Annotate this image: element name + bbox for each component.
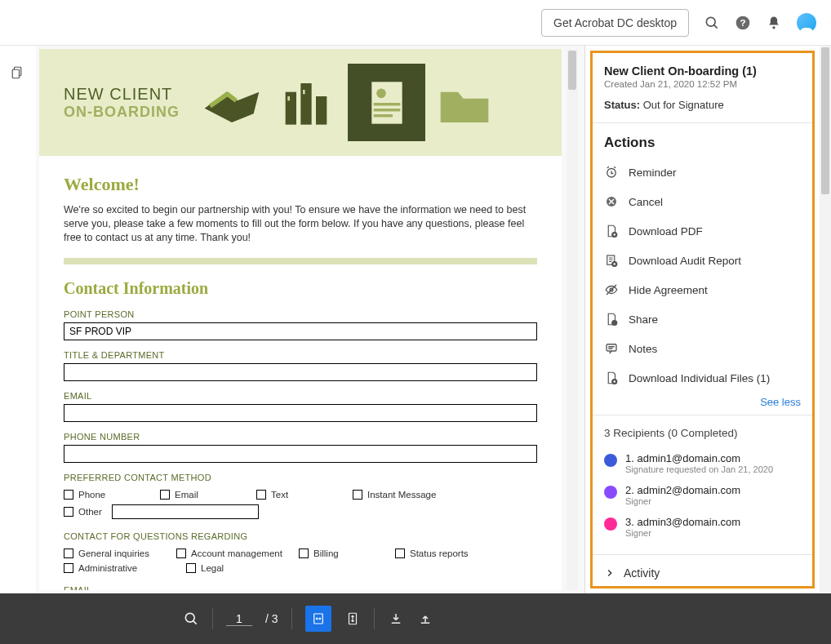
- get-acrobat-desktop-button[interactable]: Get Acrobat DC desktop: [541, 9, 689, 37]
- agreement-header: New Client On-boarding (1) Created Jan 2…: [593, 53, 812, 123]
- see-less-link[interactable]: See less: [604, 396, 801, 408]
- welcome-heading: Welcome!: [64, 174, 537, 195]
- email-field[interactable]: [64, 404, 537, 422]
- divider: [64, 258, 537, 264]
- option-account: Account management: [191, 549, 282, 558]
- label-email: EMAIL: [64, 391, 537, 401]
- help-icon[interactable]: ?: [735, 15, 751, 31]
- title-department-field[interactable]: [64, 363, 537, 381]
- page-number-input[interactable]: [226, 612, 252, 626]
- action-hide-agreement[interactable]: Hide Agreement: [604, 277, 801, 303]
- svg-point-0: [706, 17, 715, 26]
- fit-page-icon[interactable]: [344, 611, 361, 627]
- svg-rect-7: [285, 91, 296, 124]
- section-contact-info: Contact Information: [64, 279, 537, 298]
- svg-rect-16: [373, 114, 392, 118]
- bottom-toolbar: / 3: [0, 593, 831, 644]
- option-phone: Phone: [78, 490, 105, 500]
- download-icon[interactable]: [388, 611, 404, 627]
- svg-point-4: [772, 26, 775, 29]
- svg-rect-14: [373, 103, 400, 106]
- recipient-dot-icon: [604, 486, 617, 499]
- checkbox-phone[interactable]: [64, 490, 73, 500]
- activity-toggle[interactable]: Activity: [593, 555, 812, 588]
- svg-rect-10: [287, 96, 290, 100]
- actions-heading: Actions: [604, 135, 801, 151]
- banner-graphics: [193, 64, 503, 141]
- notes-icon: [604, 341, 619, 356]
- option-legal: Legal: [201, 563, 224, 573]
- svg-point-13: [376, 88, 386, 98]
- cancel-icon: [604, 194, 619, 209]
- recipient-dot-icon: [604, 517, 617, 531]
- option-billing: Billing: [313, 549, 339, 558]
- recipients-heading: 3 Recipients (0 Completed): [604, 427, 801, 439]
- action-download-audit[interactable]: Download Audit Report: [604, 247, 801, 273]
- checkbox-other[interactable]: [64, 507, 73, 517]
- avatar[interactable]: [797, 13, 816, 33]
- checkbox-account[interactable]: [176, 549, 186, 558]
- search-icon[interactable]: [704, 15, 720, 31]
- documents-icon[interactable]: [11, 65, 25, 80]
- document-pane: NEW CLIENT ON-BOARDING: [36, 46, 584, 593]
- document: NEW CLIENT ON-BOARDING: [39, 49, 562, 590]
- checkbox-im[interactable]: [353, 490, 362, 500]
- svg-rect-26: [607, 344, 616, 351]
- document-banner: NEW CLIENT ON-BOARDING: [39, 49, 562, 156]
- bell-icon[interactable]: [766, 15, 782, 31]
- checkbox-admin[interactable]: [64, 563, 73, 573]
- checkbox-general[interactable]: [64, 549, 73, 558]
- option-admin: Administrative: [78, 563, 137, 573]
- checkbox-legal[interactable]: [186, 563, 196, 573]
- option-other: Other: [78, 507, 102, 517]
- chevron-right-icon: [604, 567, 615, 579]
- left-rail: [0, 46, 36, 593]
- action-download-pdf[interactable]: Download PDF: [604, 218, 801, 244]
- share-icon: +: [604, 312, 619, 326]
- action-notes[interactable]: Notes: [604, 335, 801, 362]
- actions-section: Actions Reminder Cancel Download PDF: [593, 123, 812, 415]
- document-scrollbar[interactable]: [567, 49, 578, 590]
- label-questions-regarding: CONTACT FOR QUESTIONS REGARDING: [64, 531, 537, 541]
- svg-text:+: +: [613, 321, 615, 325]
- intro-text: We're so excited to begin our partnershi…: [64, 203, 537, 245]
- label-title-department: TITLE & DEPARTMENT: [64, 350, 537, 360]
- download-files-icon: [604, 371, 619, 385]
- action-share[interactable]: + Share: [604, 306, 801, 332]
- svg-rect-8: [300, 83, 311, 125]
- right-panel-scrollbar[interactable]: [820, 46, 831, 593]
- svg-rect-6: [12, 69, 19, 78]
- folder-icon: [425, 64, 503, 141]
- label-phone: PHONE NUMBER: [64, 432, 537, 442]
- upload-icon[interactable]: [417, 611, 433, 627]
- hide-icon: [604, 282, 619, 297]
- download-pdf-icon: [604, 224, 619, 238]
- checkbox-email[interactable]: [160, 490, 170, 500]
- option-im: Instant Message: [367, 490, 436, 500]
- recipients-section: 3 Recipients (0 Completed) 1. admin1@dom…: [593, 415, 812, 555]
- svg-rect-15: [373, 109, 400, 112]
- recipient-2[interactable]: 2. admin2@domain.comSigner: [604, 479, 801, 511]
- action-reminder[interactable]: Reminder: [604, 159, 801, 185]
- checkbox-text[interactable]: [256, 490, 266, 500]
- action-download-individual[interactable]: Download Individual Files (1): [604, 365, 801, 391]
- search-icon[interactable]: [183, 611, 199, 627]
- fit-width-icon[interactable]: [305, 606, 331, 632]
- banner-subtitle: ON-BOARDING: [64, 104, 180, 121]
- svg-rect-9: [316, 96, 327, 125]
- checkbox-billing[interactable]: [299, 549, 309, 558]
- other-text-field[interactable]: [112, 504, 259, 519]
- agreement-status: Status: Out for Signature: [604, 99, 801, 111]
- phone-field[interactable]: [64, 445, 537, 463]
- point-person-field[interactable]: [64, 322, 537, 340]
- svg-point-28: [185, 613, 194, 622]
- svg-rect-11: [303, 90, 305, 94]
- svg-line-1: [714, 24, 718, 28]
- checkbox-status[interactable]: [395, 549, 405, 558]
- label-preferred-contact: PREFERRED CONTACT METHOD: [64, 473, 537, 482]
- recipient-1[interactable]: 1. admin1@domain.comSignature requested …: [604, 447, 801, 479]
- recipient-3[interactable]: 3. admin3@domain.comSigner: [604, 511, 801, 543]
- action-cancel[interactable]: Cancel: [604, 189, 801, 215]
- label-point-person: POINT PERSON: [64, 309, 537, 319]
- page-total: / 3: [265, 612, 278, 625]
